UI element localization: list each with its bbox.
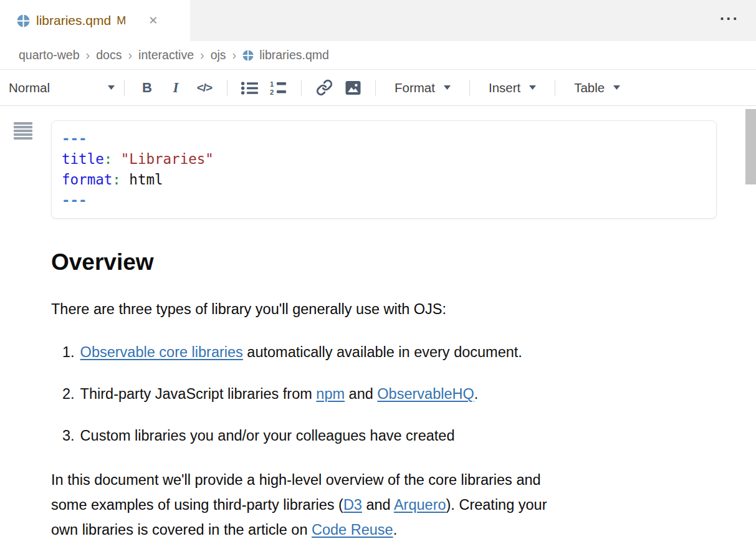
list-number: 1. bbox=[62, 342, 75, 363]
table-menu-label: Table bbox=[574, 80, 605, 95]
paragraph-style-dropdown[interactable]: Normal bbox=[9, 80, 116, 95]
modified-badge: M bbox=[117, 14, 126, 27]
breadcrumb-file[interactable]: libraries.qmd bbox=[259, 48, 329, 62]
list-number: 3. bbox=[62, 426, 75, 446]
yaml-line: --- bbox=[62, 128, 706, 149]
scrollbar-thumb[interactable] bbox=[745, 109, 756, 184]
toolbar-separator bbox=[124, 80, 125, 96]
breadcrumb-item[interactable]: docs bbox=[96, 48, 122, 62]
chevron-down-icon bbox=[108, 85, 115, 90]
toolbar-separator bbox=[375, 80, 376, 96]
svg-text:1: 1 bbox=[270, 80, 274, 88]
doc-link[interactable]: Arquero bbox=[394, 497, 446, 513]
toolbar-separator bbox=[227, 80, 227, 96]
list-number: 2. bbox=[62, 384, 75, 404]
toolbar-separator bbox=[469, 80, 470, 96]
list-item: 1.Observable core libraries automaticall… bbox=[51, 342, 756, 363]
breadcrumb-item[interactable]: ojs bbox=[211, 48, 226, 62]
insert-menu-label: Insert bbox=[489, 80, 520, 95]
paragraph-line: own libraries is covered in the article … bbox=[51, 517, 756, 542]
format-menu-label: Format bbox=[395, 80, 435, 95]
svg-text:2: 2 bbox=[270, 88, 274, 95]
doc-text: In this document we'll provide a high-le… bbox=[51, 472, 541, 488]
code-button[interactable]: </> bbox=[190, 81, 219, 95]
numbered-list-button[interactable]: 1 2 bbox=[264, 80, 293, 95]
bold-button[interactable]: B bbox=[133, 80, 161, 96]
closing-paragraph: In this document we'll provide a high-le… bbox=[51, 467, 756, 542]
table-menu[interactable]: Table bbox=[563, 80, 631, 95]
library-types-list: 1.Observable core libraries automaticall… bbox=[51, 342, 756, 446]
chevron-down-icon bbox=[444, 85, 451, 90]
breadcrumb-separator: › bbox=[232, 48, 237, 62]
chevron-down-icon bbox=[529, 85, 536, 90]
doc-link[interactable]: ObservableHQ bbox=[377, 386, 474, 402]
doc-text: some examples of using third-party libra… bbox=[51, 497, 343, 513]
list-item-text: Third-party JavaScript libraries from np… bbox=[80, 384, 479, 404]
tab-libraries-qmd[interactable]: libraries.qmd M ✕ bbox=[0, 0, 190, 41]
doc-link[interactable]: Code Reuse bbox=[312, 522, 393, 538]
list-item-text: Observable core libraries automatically … bbox=[80, 342, 522, 363]
breadcrumb-separator: › bbox=[200, 48, 204, 62]
yaml-line: --- bbox=[62, 190, 706, 211]
tab-bar: libraries.qmd M ✕ ··· bbox=[0, 0, 756, 41]
breadcrumb-separator: › bbox=[128, 48, 132, 62]
toolbar-separator bbox=[555, 80, 555, 96]
doc-text: and bbox=[345, 386, 377, 402]
chevron-down-icon bbox=[613, 85, 620, 90]
yaml-front-matter-block[interactable]: ---title: "Libraries"format: html--- bbox=[51, 120, 717, 219]
close-icon[interactable]: ✕ bbox=[148, 15, 158, 26]
doc-text: Third-party JavaScript libraries from bbox=[80, 386, 317, 402]
more-actions-icon[interactable]: ··· bbox=[720, 11, 739, 27]
paragraph-style-value: Normal bbox=[9, 80, 50, 95]
doc-text: own libraries is covered in the article … bbox=[51, 522, 312, 538]
breadcrumb-separator: › bbox=[86, 48, 90, 62]
numbered-list-icon: 1 2 bbox=[270, 80, 287, 95]
breadcrumb: quarto-web›docs›interactive›ojs›librarie… bbox=[0, 41, 756, 70]
doc-text: . bbox=[393, 522, 398, 538]
doc-text: and bbox=[362, 497, 394, 513]
doc-link[interactable]: D3 bbox=[343, 497, 362, 513]
bullet-list-icon bbox=[241, 80, 259, 95]
doc-text: ). Creating your bbox=[446, 497, 547, 513]
image-icon bbox=[345, 80, 361, 95]
image-button[interactable] bbox=[338, 80, 367, 95]
paragraph-line: some examples of using third-party libra… bbox=[51, 492, 756, 517]
formatting-toolbar: Normal B I </> 1 2 bbox=[0, 70, 756, 106]
doc-text: . bbox=[474, 386, 479, 402]
bullet-list-button[interactable] bbox=[236, 80, 264, 95]
toolbar-separator bbox=[301, 80, 302, 96]
doc-link[interactable]: Observable core libraries bbox=[80, 344, 243, 360]
breadcrumb-item[interactable]: quarto-web bbox=[19, 48, 80, 62]
intro-paragraph: There are three types of library you'll … bbox=[51, 299, 756, 320]
list-item: 2.Third-party JavaScript libraries from … bbox=[51, 384, 756, 404]
quarto-icon bbox=[242, 50, 254, 61]
doc-text: automatically available in every documen… bbox=[243, 344, 522, 360]
tab-filename: libraries.qmd bbox=[36, 13, 111, 28]
link-icon bbox=[316, 79, 333, 96]
list-item: 3.Custom libraries you and/or your colle… bbox=[51, 426, 756, 446]
section-heading: Overview bbox=[51, 249, 756, 275]
quarto-icon bbox=[17, 14, 30, 27]
doc-text: Custom libraries you and/or your colleag… bbox=[80, 427, 455, 444]
breadcrumb-item[interactable]: interactive bbox=[138, 48, 194, 62]
editor-window: libraries.qmd M ✕ ··· quarto-web›docs›in… bbox=[0, 0, 756, 554]
paragraph-line: In this document we'll provide a high-le… bbox=[51, 467, 756, 492]
list-item-text: Custom libraries you and/or your colleag… bbox=[80, 426, 455, 446]
link-button[interactable] bbox=[310, 79, 338, 96]
yaml-line: format: html bbox=[62, 170, 706, 190]
yaml-source: ---title: "Libraries"format: html--- bbox=[62, 128, 706, 211]
outline-icon[interactable] bbox=[14, 122, 32, 140]
format-menu[interactable]: Format bbox=[384, 80, 461, 95]
doc-link[interactable]: npm bbox=[316, 386, 345, 402]
yaml-line: title: "Libraries" bbox=[62, 149, 706, 170]
italic-button[interactable]: I bbox=[161, 80, 190, 96]
insert-menu[interactable]: Insert bbox=[478, 80, 547, 95]
document-editor: ---title: "Libraries"format: html--- Ove… bbox=[0, 106, 756, 542]
